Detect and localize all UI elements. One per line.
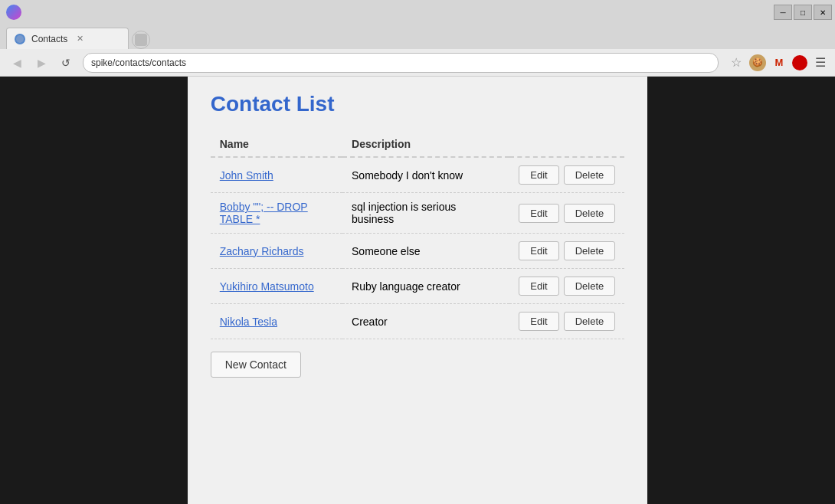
tab-close-button[interactable]: ✕ bbox=[77, 34, 84, 44]
edit-button[interactable]: Edit bbox=[519, 312, 558, 331]
new-tab-button[interactable] bbox=[132, 31, 150, 49]
tab-label: Contacts bbox=[31, 34, 67, 44]
table-row: Nikola TeslaCreatorEditDelete bbox=[211, 304, 625, 339]
delete-button[interactable]: Delete bbox=[564, 312, 616, 331]
contact-name-cell: Bobby ""; -- DROP TABLE * bbox=[211, 193, 342, 234]
table-row: John SmithSomebody I don't knowEditDelet… bbox=[211, 157, 625, 193]
tab-favicon bbox=[15, 34, 25, 44]
back-button[interactable]: ◀ bbox=[6, 53, 28, 73]
contact-actions-cell: EditDelete bbox=[509, 269, 624, 304]
tab-bar: Contacts ✕ bbox=[0, 25, 835, 49]
address-bar[interactable]: spike/contacts/contacts bbox=[83, 53, 719, 73]
table-row: Yukihiro MatsumotoRuby language creatorE… bbox=[211, 269, 625, 304]
contact-name-link[interactable]: Zachary Richards bbox=[220, 245, 304, 257]
description-column-header: Description bbox=[342, 132, 509, 157]
forward-button[interactable]: ▶ bbox=[31, 53, 52, 73]
edit-button[interactable]: Edit bbox=[519, 204, 558, 223]
delete-button[interactable]: Delete bbox=[564, 204, 616, 223]
nav-bar: ◀ ▶ ↺ spike/contacts/contacts ☆ 🍪 M ☰ bbox=[0, 49, 835, 77]
reload-button[interactable]: ↺ bbox=[55, 53, 77, 73]
contact-actions-cell: EditDelete bbox=[509, 193, 624, 234]
contact-name-link[interactable]: Yukihiro Matsumoto bbox=[220, 280, 314, 293]
url-text: spike/contacts/contacts bbox=[91, 57, 186, 68]
new-contact-button[interactable]: New Contact bbox=[211, 352, 301, 378]
sidebar-left bbox=[0, 77, 92, 504]
opera-icon[interactable] bbox=[792, 55, 807, 70]
svg-point-0 bbox=[16, 35, 24, 43]
delete-button[interactable]: Delete bbox=[564, 277, 616, 296]
table-row: Zachary RichardsSomeone elseEditDelete bbox=[211, 234, 625, 269]
contact-name-cell: John Smith bbox=[211, 157, 342, 193]
contact-name-cell: Zachary Richards bbox=[211, 234, 342, 269]
table-row: Bobby ""; -- DROP TABLE *sql injection i… bbox=[211, 193, 625, 234]
actions-column-header bbox=[509, 132, 624, 157]
delete-button[interactable]: Delete bbox=[564, 241, 616, 260]
contact-actions-cell: EditDelete bbox=[509, 234, 624, 269]
tab-contacts[interactable]: Contacts ✕ bbox=[6, 28, 129, 49]
contact-name-link[interactable]: Bobby ""; -- DROP TABLE * bbox=[220, 201, 308, 225]
contact-description-cell: sql injection is serious business bbox=[342, 193, 509, 234]
contact-table: Name Description John SmithSomebody I do… bbox=[211, 132, 625, 339]
contact-name-cell: Nikola Tesla bbox=[211, 304, 342, 339]
app-icon bbox=[6, 5, 21, 20]
contact-description-cell: Somebody I don't know bbox=[342, 157, 509, 193]
page-title: Contact List bbox=[211, 92, 625, 116]
contact-actions-cell: EditDelete bbox=[509, 157, 624, 193]
delete-button[interactable]: Delete bbox=[564, 165, 616, 185]
contact-name-link[interactable]: Nikola Tesla bbox=[220, 316, 277, 328]
edit-button[interactable]: Edit bbox=[519, 165, 558, 185]
close-button[interactable]: ✕ bbox=[814, 5, 832, 20]
page-content: Contact List Name Description John Smith… bbox=[188, 77, 648, 504]
edit-button[interactable]: Edit bbox=[519, 277, 558, 296]
menu-icon[interactable]: ☰ bbox=[812, 54, 829, 71]
name-column-header: Name bbox=[211, 132, 342, 157]
gmail-icon[interactable]: M bbox=[771, 54, 788, 71]
contact-description-cell: Someone else bbox=[342, 234, 509, 269]
contact-description-cell: Creator bbox=[342, 304, 509, 339]
title-bar: ─ □ ✕ bbox=[0, 0, 835, 25]
edit-button[interactable]: Edit bbox=[519, 241, 558, 260]
minimize-button[interactable]: ─ bbox=[774, 5, 792, 20]
cookie-icon[interactable]: 🍪 bbox=[749, 54, 766, 71]
sidebar-right bbox=[743, 77, 835, 504]
maximize-button[interactable]: □ bbox=[794, 5, 812, 20]
contact-name-link[interactable]: John Smith bbox=[220, 169, 273, 182]
contact-name-cell: Yukihiro Matsumoto bbox=[211, 269, 342, 304]
contact-description-cell: Ruby language creator bbox=[342, 269, 509, 304]
contact-actions-cell: EditDelete bbox=[509, 304, 624, 339]
bookmark-icon[interactable]: ☆ bbox=[728, 54, 745, 71]
